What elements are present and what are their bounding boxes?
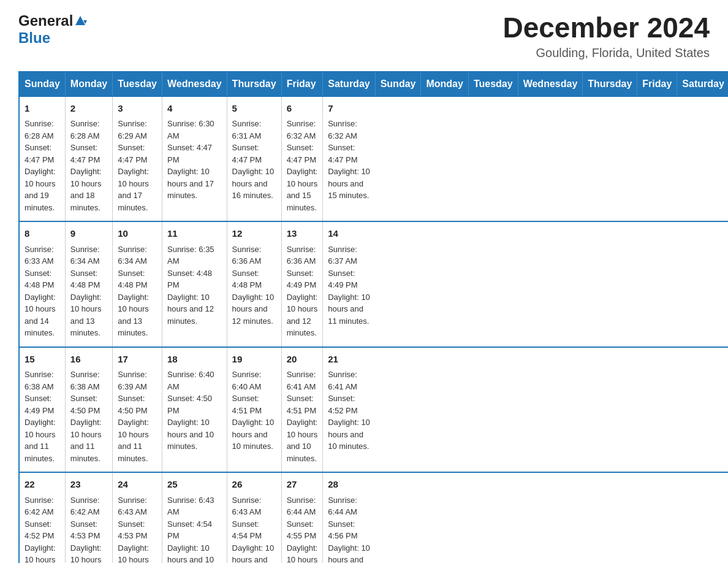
day-cell: 10Sunrise: 6:34 AMSunset: 4:48 PMDayligh… xyxy=(113,221,162,347)
day-number: 2 xyxy=(70,102,107,116)
day-info: Sunrise: 6:43 AMSunset: 4:54 PMDaylight:… xyxy=(232,494,276,563)
day-info: Sunrise: 6:28 AMSunset: 4:47 PMDaylight:… xyxy=(70,118,107,213)
day-info: Sunrise: 6:42 AMSunset: 4:53 PMDaylight:… xyxy=(70,494,107,563)
col-header-sunday: Sunday xyxy=(375,72,421,96)
main-title: December 2024 xyxy=(502,12,710,44)
day-number: 12 xyxy=(232,227,276,241)
logo: General Blue xyxy=(18,12,88,47)
col-header-friday: Friday xyxy=(637,72,677,96)
day-number: 11 xyxy=(167,227,222,241)
day-number: 4 xyxy=(167,102,222,116)
page-header: General Blue December 2024 Goulding, Flo… xyxy=(18,12,710,60)
location-subtitle: Goulding, Florida, United States xyxy=(502,46,710,60)
day-cell: 20Sunrise: 6:41 AMSunset: 4:51 PMDayligh… xyxy=(281,347,323,473)
day-cell: 1Sunrise: 6:28 AMSunset: 4:47 PMDaylight… xyxy=(19,96,65,222)
col-header-wednesday: Wednesday xyxy=(162,72,227,96)
day-number: 20 xyxy=(287,353,318,367)
day-cell: 6Sunrise: 6:32 AMSunset: 4:47 PMDaylight… xyxy=(281,96,323,222)
day-number: 16 xyxy=(70,353,107,367)
day-number: 14 xyxy=(328,227,370,241)
day-number: 13 xyxy=(287,227,318,241)
day-info: Sunrise: 6:36 AMSunset: 4:49 PMDaylight:… xyxy=(287,243,318,339)
day-number: 15 xyxy=(25,353,60,367)
day-cell: 11Sunrise: 6:35 AMSunset: 4:48 PMDayligh… xyxy=(162,221,227,347)
day-info: Sunrise: 6:35 AMSunset: 4:48 PMDaylight:… xyxy=(167,243,222,327)
day-info: Sunrise: 6:34 AMSunset: 4:48 PMDaylight:… xyxy=(70,243,107,339)
day-cell: 26Sunrise: 6:43 AMSunset: 4:54 PMDayligh… xyxy=(227,472,281,563)
day-number: 3 xyxy=(118,102,157,116)
day-cell: 28Sunrise: 6:44 AMSunset: 4:56 PMDayligh… xyxy=(323,472,375,563)
day-cell: 4Sunrise: 6:30 AMSunset: 4:47 PMDaylight… xyxy=(162,96,227,222)
day-number: 6 xyxy=(287,102,318,116)
day-number: 10 xyxy=(118,227,157,241)
day-number: 23 xyxy=(70,478,107,492)
day-number: 8 xyxy=(25,227,60,241)
day-cell: 9Sunrise: 6:34 AMSunset: 4:48 PMDaylight… xyxy=(65,221,112,347)
day-cell: 14Sunrise: 6:37 AMSunset: 4:49 PMDayligh… xyxy=(323,221,375,347)
day-info: Sunrise: 6:29 AMSunset: 4:47 PMDaylight:… xyxy=(118,118,157,213)
week-row-4: 22Sunrise: 6:42 AMSunset: 4:52 PMDayligh… xyxy=(19,472,728,563)
day-cell: 2Sunrise: 6:28 AMSunset: 4:47 PMDaylight… xyxy=(65,96,112,222)
calendar-header-row: SundayMondayTuesdayWednesdayThursdayFrid… xyxy=(19,72,728,96)
day-number: 1 xyxy=(25,102,60,116)
day-info: Sunrise: 6:38 AMSunset: 4:50 PMDaylight:… xyxy=(70,369,107,464)
day-cell: 24Sunrise: 6:43 AMSunset: 4:53 PMDayligh… xyxy=(113,472,162,563)
day-number: 17 xyxy=(118,353,157,367)
day-info: Sunrise: 6:37 AMSunset: 4:49 PMDaylight:… xyxy=(328,243,370,327)
day-info: Sunrise: 6:30 AMSunset: 4:47 PMDaylight:… xyxy=(167,118,222,202)
day-number: 22 xyxy=(25,478,60,492)
day-info: Sunrise: 6:40 AMSunset: 4:51 PMDaylight:… xyxy=(232,369,276,453)
week-row-1: 1Sunrise: 6:28 AMSunset: 4:47 PMDaylight… xyxy=(19,96,728,222)
col-header-thursday: Thursday xyxy=(583,72,637,96)
col-header-wednesday: Wednesday xyxy=(518,72,583,96)
day-info: Sunrise: 6:44 AMSunset: 4:56 PMDaylight:… xyxy=(328,494,370,563)
day-info: Sunrise: 6:38 AMSunset: 4:49 PMDaylight:… xyxy=(25,369,60,464)
day-info: Sunrise: 6:40 AMSunset: 4:50 PMDaylight:… xyxy=(167,369,222,453)
day-info: Sunrise: 6:42 AMSunset: 4:52 PMDaylight:… xyxy=(25,494,60,563)
day-cell: 8Sunrise: 6:33 AMSunset: 4:48 PMDaylight… xyxy=(19,221,65,347)
day-info: Sunrise: 6:41 AMSunset: 4:52 PMDaylight:… xyxy=(328,369,370,453)
day-number: 5 xyxy=(232,102,276,116)
day-info: Sunrise: 6:34 AMSunset: 4:48 PMDaylight:… xyxy=(118,243,157,339)
day-info: Sunrise: 6:31 AMSunset: 4:47 PMDaylight:… xyxy=(232,118,276,202)
col-header-sunday: Sunday xyxy=(19,72,65,96)
col-header-tuesday: Tuesday xyxy=(468,72,518,96)
day-cell: 22Sunrise: 6:42 AMSunset: 4:52 PMDayligh… xyxy=(19,472,65,563)
day-number: 27 xyxy=(287,478,318,492)
col-header-saturday: Saturday xyxy=(677,72,728,96)
day-info: Sunrise: 6:44 AMSunset: 4:55 PMDaylight:… xyxy=(287,494,318,563)
day-number: 26 xyxy=(232,478,276,492)
day-number: 18 xyxy=(167,353,222,367)
day-info: Sunrise: 6:39 AMSunset: 4:50 PMDaylight:… xyxy=(118,369,157,464)
day-info: Sunrise: 6:32 AMSunset: 4:47 PMDaylight:… xyxy=(328,118,370,202)
day-cell: 13Sunrise: 6:36 AMSunset: 4:49 PMDayligh… xyxy=(281,221,323,347)
col-header-thursday: Thursday xyxy=(227,72,281,96)
week-row-3: 15Sunrise: 6:38 AMSunset: 4:49 PMDayligh… xyxy=(19,347,728,473)
day-cell: 16Sunrise: 6:38 AMSunset: 4:50 PMDayligh… xyxy=(65,347,112,473)
week-row-2: 8Sunrise: 6:33 AMSunset: 4:48 PMDaylight… xyxy=(19,221,728,347)
col-header-monday: Monday xyxy=(65,72,112,96)
col-header-saturday: Saturday xyxy=(323,72,375,96)
day-number: 9 xyxy=(70,227,107,241)
day-cell: 18Sunrise: 6:40 AMSunset: 4:50 PMDayligh… xyxy=(162,347,227,473)
col-header-tuesday: Tuesday xyxy=(113,72,162,96)
title-block: December 2024 Goulding, Florida, United … xyxy=(502,12,710,60)
day-info: Sunrise: 6:41 AMSunset: 4:51 PMDaylight:… xyxy=(287,369,318,464)
day-number: 28 xyxy=(328,478,370,492)
day-number: 24 xyxy=(118,478,157,492)
day-info: Sunrise: 6:43 AMSunset: 4:53 PMDaylight:… xyxy=(118,494,157,563)
col-header-monday: Monday xyxy=(421,72,468,96)
day-number: 7 xyxy=(328,102,370,116)
day-info: Sunrise: 6:28 AMSunset: 4:47 PMDaylight:… xyxy=(25,118,60,213)
day-cell: 17Sunrise: 6:39 AMSunset: 4:50 PMDayligh… xyxy=(113,347,162,473)
logo-icon xyxy=(74,14,87,28)
day-number: 19 xyxy=(232,353,276,367)
day-cell: 21Sunrise: 6:41 AMSunset: 4:52 PMDayligh… xyxy=(323,347,375,473)
day-cell: 5Sunrise: 6:31 AMSunset: 4:47 PMDaylight… xyxy=(227,96,281,222)
day-number: 21 xyxy=(328,353,370,367)
day-info: Sunrise: 6:32 AMSunset: 4:47 PMDaylight:… xyxy=(287,118,318,213)
calendar-table: SundayMondayTuesdayWednesdayThursdayFrid… xyxy=(18,71,728,563)
day-info: Sunrise: 6:33 AMSunset: 4:48 PMDaylight:… xyxy=(25,243,60,339)
day-cell: 7Sunrise: 6:32 AMSunset: 4:47 PMDaylight… xyxy=(323,96,375,222)
day-cell: 12Sunrise: 6:36 AMSunset: 4:48 PMDayligh… xyxy=(227,221,281,347)
